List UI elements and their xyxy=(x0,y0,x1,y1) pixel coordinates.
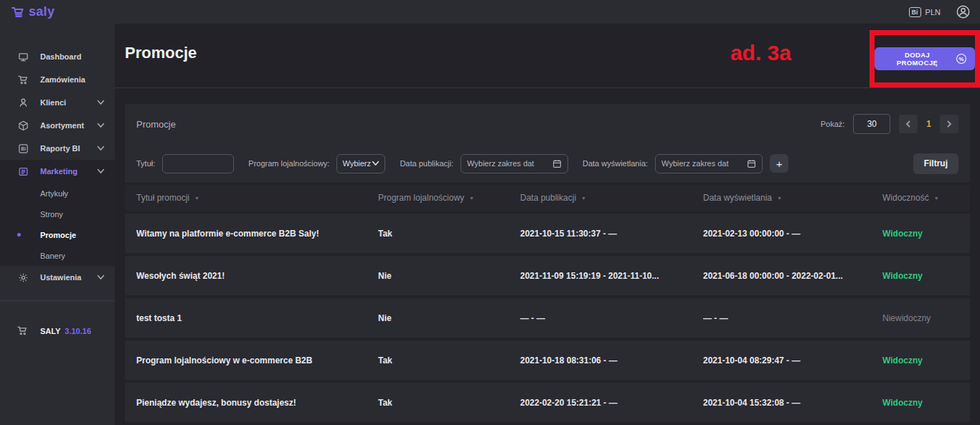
page-title: Promocje xyxy=(125,44,197,62)
calendar-icon xyxy=(747,159,756,168)
publish-date-cell: — - — xyxy=(520,313,703,323)
pagination: Pokaż: 1 xyxy=(821,114,958,134)
chevron-down-icon xyxy=(372,161,380,166)
footer-brand: SALY xyxy=(40,327,60,335)
user-avatar-icon[interactable] xyxy=(956,5,970,19)
publish-date-placeholder: Wybierz zakres dat xyxy=(467,159,534,168)
column-header-label: Data publikacji xyxy=(520,193,576,203)
sidebar-subitem-label: Strony xyxy=(40,210,63,219)
title-filter-input[interactable] xyxy=(162,154,234,173)
sidebar-item-dashboard[interactable]: Dashboard xyxy=(0,45,115,68)
page-size-input[interactable] xyxy=(853,114,890,134)
display-date-cell: 2021-06-18 00:00:00 - 2022-02-01... xyxy=(703,271,882,281)
sidebar-subitem-strony[interactable]: Strony xyxy=(0,204,115,224)
logo-text: saly xyxy=(29,4,55,19)
sidebar-subitem-banery[interactable]: Banery xyxy=(0,245,115,266)
filter-bar: Tytuł: Program lojalnościowy: Wybierz Da… xyxy=(136,144,958,183)
annotation-text: ad. 3a xyxy=(730,41,791,65)
publish-date-cell: 2021-10-15 11:30:37 - — xyxy=(520,229,703,239)
main-content: Promocje ad. 3a DODAJ PROMOCJĘ % Promocj… xyxy=(115,24,980,425)
column-header-label: Data wyświetlania xyxy=(703,193,772,203)
promotion-title: Program lojalnościowy w e-commerce B2B xyxy=(136,355,378,366)
prev-page-button[interactable] xyxy=(899,115,918,133)
add-filter-button[interactable]: + xyxy=(770,154,788,173)
sidebar-subitem-label: Promocje xyxy=(40,231,76,239)
sidebar-item-zamówienia[interactable]: Zamówienia xyxy=(0,68,115,91)
table-row[interactable]: Pieniądze wydajesz, bonusy dostajesz!Tak… xyxy=(125,383,970,422)
visibility-status: Widoczny xyxy=(882,355,958,366)
marketing-icon xyxy=(17,166,29,177)
chevron-down-icon xyxy=(97,100,105,105)
sidebar-item-label: Asortyment xyxy=(40,121,84,130)
publish-date-filter-label: Data publikacji: xyxy=(400,159,453,168)
logo-cart-icon xyxy=(11,6,26,18)
visibility-status: Widoczny xyxy=(882,271,958,281)
column-header-1[interactable]: Tytuł promocji▼ xyxy=(136,193,378,203)
sidebar-footer: SALY3.10.16 xyxy=(0,320,115,343)
sidebar-subitem-label: Banery xyxy=(40,252,65,260)
display-date-cell: 2021-02-13 00:00:00 - — xyxy=(703,229,882,239)
sidebar-item-asortyment[interactable]: Asortyment xyxy=(0,114,115,137)
footer-version: 3.10.16 xyxy=(65,327,91,335)
sidebar-item-klienci[interactable]: Klienci xyxy=(0,91,115,114)
calendar-icon xyxy=(552,159,562,168)
table-row[interactable]: Wesołych świąt 2021!Nie2021-11-09 15:19:… xyxy=(125,256,970,295)
table-row[interactable]: test tosta 1Nie— - —— - —Niewidoczny xyxy=(125,298,970,338)
sidebar-subitem-promocje[interactable]: Promocje xyxy=(0,224,115,245)
next-page-button[interactable] xyxy=(940,115,958,133)
chevron-down-icon xyxy=(97,274,105,280)
column-header-3[interactable]: Data publikacji▼ xyxy=(520,193,703,203)
table-row[interactable]: Program lojalnościowy w e-commerce B2BTa… xyxy=(125,340,970,380)
loyalty-program-cell: Tak xyxy=(378,398,520,408)
cart-icon xyxy=(17,325,29,337)
display-date-range-input[interactable]: Wybierz zakres dat xyxy=(655,154,763,173)
loyalty-filter-select[interactable]: Wybierz xyxy=(336,154,385,173)
column-header-2[interactable]: Program lojalnościowy▼ xyxy=(378,193,520,203)
sidebar-item-ustawienia[interactable]: Ustawienia xyxy=(0,266,115,289)
add-promotion-button[interactable]: DODAJ PROMOCJĘ % xyxy=(875,47,975,70)
sidebar-item-marketing[interactable]: Marketing xyxy=(0,160,115,183)
table-row[interactable]: Witamy na platformie e-commerce B2B Saly… xyxy=(125,214,970,253)
column-header-5[interactable]: Widoczność▼ xyxy=(882,193,958,203)
currency-code: PLN xyxy=(925,8,941,16)
sidebar: DashboardZamówieniaKlienciAsortymentBiRa… xyxy=(0,24,115,425)
sidebar-item-label: Dashboard xyxy=(40,52,81,61)
visibility-status: Widoczny xyxy=(882,229,958,239)
promotion-title: Pieniądze wydajesz, bonusy dostajesz! xyxy=(136,398,378,408)
sidebar-subitem-label: Artykuły xyxy=(40,189,68,198)
dashboard-icon xyxy=(17,51,29,62)
current-page-number: 1 xyxy=(926,119,931,129)
visibility-status: Widoczny xyxy=(882,398,958,408)
publish-date-range-input[interactable]: Wybierz zakres dat xyxy=(461,154,568,173)
column-header-4[interactable]: Data wyświetlania▼ xyxy=(703,193,882,203)
chevron-down-icon xyxy=(97,168,105,174)
display-date-filter-label: Data wyświetlania: xyxy=(583,159,648,168)
sort-icon: ▼ xyxy=(469,196,474,201)
chevron-down-icon xyxy=(97,123,105,128)
table-header-row: Tytuł promocji▼Program lojalnościowy▼Dat… xyxy=(125,185,970,211)
loyalty-program-cell: Nie xyxy=(378,271,520,281)
app-logo[interactable]: saly xyxy=(11,4,55,19)
display-date-cell: 2021-10-04 08:29:47 - — xyxy=(703,355,882,366)
display-date-cell: — - — xyxy=(703,313,882,323)
currency-selector[interactable]: Bi PLN xyxy=(909,7,941,17)
sidebar-item-label: Marketing xyxy=(40,167,77,176)
cart-icon xyxy=(17,74,29,85)
sidebar-item-raporty-bi[interactable]: BiRaporty BI xyxy=(0,137,115,160)
promotion-title: Wesołych świąt 2021! xyxy=(136,271,378,281)
bi-icon: Bi xyxy=(17,143,29,154)
title-filter-label: Tytuł: xyxy=(136,159,155,168)
loyalty-program-cell: Tak xyxy=(378,355,520,366)
sort-icon: ▼ xyxy=(581,196,586,201)
add-promotion-label: DODAJ PROMOCJĘ xyxy=(883,51,951,67)
publish-date-cell: 2021-11-09 15:19:19 - 2021-11-10... xyxy=(520,271,703,281)
promotion-title: Witamy na platformie e-commerce B2B Saly… xyxy=(136,229,378,239)
loyalty-filter-label: Program lojalnościowy: xyxy=(248,159,329,168)
loyalty-program-cell: Tak xyxy=(378,229,520,239)
sort-icon: ▼ xyxy=(777,196,782,201)
sidebar-item-label: Klienci xyxy=(40,98,66,107)
filter-submit-button[interactable]: Filtruj xyxy=(913,153,958,174)
panel-title: Promocje xyxy=(136,119,176,130)
sidebar-subitem-artykuły[interactable]: Artykuły xyxy=(0,183,115,204)
page-header: Promocje ad. 3a DODAJ PROMOCJĘ % xyxy=(115,24,980,88)
